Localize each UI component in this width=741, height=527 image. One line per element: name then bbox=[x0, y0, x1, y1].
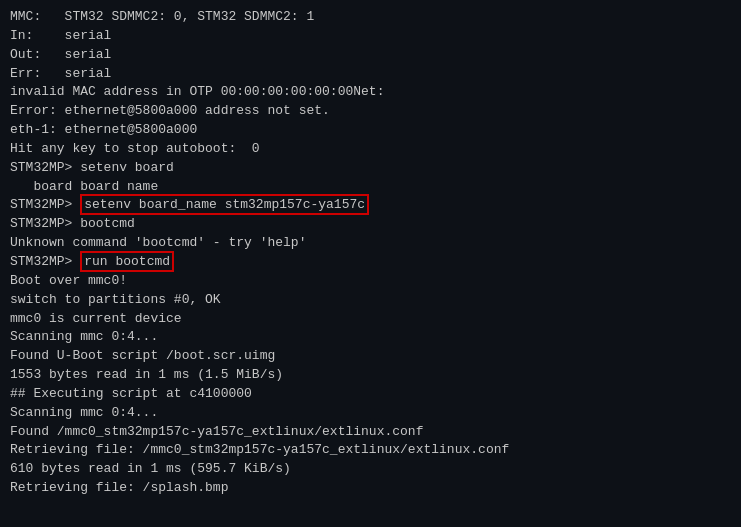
command-highlight-1: setenv board_name stm32mp157c-ya157c bbox=[80, 194, 369, 215]
terminal-line: STM32MP> bootcmd bbox=[10, 215, 731, 234]
terminal-line: Out: serial bbox=[10, 46, 731, 65]
command-highlight-2: run bootcmd bbox=[80, 251, 174, 272]
terminal-line: switch to partitions #0, OK bbox=[10, 291, 731, 310]
terminal-line: Retrieving file: /splash.bmp bbox=[10, 479, 731, 498]
terminal-line: Found U-Boot script /boot.scr.uimg bbox=[10, 347, 731, 366]
terminal-line: Error: ethernet@5800a000 address not set… bbox=[10, 102, 731, 121]
terminal-line: mmc0 is current device bbox=[10, 310, 731, 329]
terminal-line: Scanning mmc 0:4... bbox=[10, 328, 731, 347]
terminal-line: Scanning mmc 0:4... bbox=[10, 404, 731, 423]
terminal-window: MMC: STM32 SDMMC2: 0, STM32 SDMMC2: 1 In… bbox=[0, 0, 741, 527]
terminal-line: 1553 bytes read in 1 ms (1.5 MiB/s) bbox=[10, 366, 731, 385]
terminal-line: STM32MP> setenv board bbox=[10, 159, 731, 178]
terminal-line: Hit any key to stop autoboot: 0 bbox=[10, 140, 731, 159]
terminal-line: 610 bytes read in 1 ms (595.7 KiB/s) bbox=[10, 460, 731, 479]
terminal-line: MMC: STM32 SDMMC2: 0, STM32 SDMMC2: 1 bbox=[10, 8, 731, 27]
terminal-line: In: serial bbox=[10, 27, 731, 46]
terminal-line: Found /mmc0_stm32mp157c-ya157c_extlinux/… bbox=[10, 423, 731, 442]
terminal-line-highlight2: STM32MP> run bootcmd bbox=[10, 253, 731, 272]
terminal-line: eth-1: ethernet@5800a000 bbox=[10, 121, 731, 140]
terminal-line: Err: serial bbox=[10, 65, 731, 84]
terminal-line: Retrieving file: /mmc0_stm32mp157c-ya157… bbox=[10, 441, 731, 460]
terminal-line-highlight1: STM32MP> setenv board_name stm32mp157c-y… bbox=[10, 196, 731, 215]
terminal-line: ## Executing script at c4100000 bbox=[10, 385, 731, 404]
terminal-line: Boot over mmc0! bbox=[10, 272, 731, 291]
terminal-line: invalid MAC address in OTP 00:00:00:00:0… bbox=[10, 83, 731, 102]
